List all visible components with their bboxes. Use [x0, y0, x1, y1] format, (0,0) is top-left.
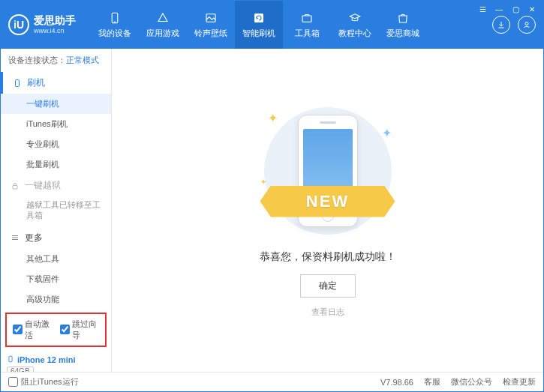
refresh-icon: [251, 10, 266, 25]
menu-button[interactable]: ☰: [476, 4, 489, 14]
sidebar-item-download-fw[interactable]: 下载固件: [1, 269, 111, 289]
section-more: 更多 其他工具 下载固件 高级功能: [1, 227, 111, 310]
checkbox-block-itunes[interactable]: 阻止iTunes运行: [8, 376, 79, 388]
svg-rect-7: [13, 185, 17, 189]
nav-label: 工具箱: [295, 28, 320, 39]
success-message: 恭喜您，保资料刷机成功啦！: [260, 250, 396, 264]
svg-rect-4: [302, 16, 311, 22]
nav-bar: 我的设备 应用游戏 铃声壁纸 智能刷机 工具箱 教程中心: [91, 1, 486, 49]
section-jailbreak: 一键越狱 越狱工具已转移至工具箱: [1, 175, 111, 227]
footer-update[interactable]: 检查更新: [503, 376, 536, 388]
footer-wechat[interactable]: 微信公众号: [451, 376, 492, 388]
logo-area: iU 爱思助手 www.i4.cn: [8, 14, 91, 35]
footer-service[interactable]: 客服: [424, 376, 440, 388]
sidebar-item-itunes-flash[interactable]: iTunes刷机: [1, 114, 111, 134]
sidebar-item-other-tools[interactable]: 其他工具: [1, 249, 111, 269]
new-ribbon: NEW: [260, 186, 395, 217]
svg-rect-3: [254, 13, 263, 22]
sidebar-item-label: 更多: [25, 232, 43, 244]
svg-point-5: [525, 22, 528, 25]
toolbox-icon: [299, 10, 314, 25]
nav-label: 爱思商城: [386, 28, 419, 39]
nav-label: 应用游戏: [146, 28, 179, 39]
close-button[interactable]: ✕: [525, 4, 539, 14]
menu-icon: [10, 232, 20, 243]
app-window: iU 爱思助手 www.i4.cn 我的设备 应用游戏 铃声壁纸 智能刷机: [0, 0, 544, 392]
wallpaper-icon: [203, 10, 218, 25]
app-url: www.i4.cn: [34, 27, 76, 35]
sidebar-item-label: 刷机: [27, 76, 45, 89]
logo-icon: iU: [8, 14, 29, 35]
sidebar-item-label: 一键越狱: [25, 179, 61, 192]
nav-toolbox[interactable]: 工具箱: [283, 1, 331, 49]
nav-label: 铃声壁纸: [194, 28, 227, 39]
device-capacity: 64GB: [7, 367, 34, 372]
nav-tutorials[interactable]: 教程中心: [331, 1, 379, 49]
sidebar: 设备连接状态：正常模式 刷机 一键刷机 iTunes刷机 专业刷机 批量刷机 一…: [1, 49, 112, 372]
conn-value: 正常模式: [66, 55, 99, 64]
options-row: 自动激活 跳过向导: [5, 313, 107, 347]
conn-label: 设备连接状态：: [8, 55, 66, 64]
jailbreak-note: 越狱工具已转移至工具箱: [1, 196, 111, 227]
checkbox-auto-activate[interactable]: 自动激活: [13, 319, 53, 341]
success-illustration: ✦ ✦ ✦ NEW: [245, 103, 410, 238]
svg-rect-6: [16, 79, 20, 86]
sidebar-item-oneclick-flash[interactable]: 一键刷机: [1, 94, 111, 114]
window-controls: ☰ — ▢ ✕: [476, 4, 539, 14]
nav-label: 我的设备: [98, 28, 131, 39]
phone-icon: [7, 355, 14, 365]
connection-status: 设备连接状态：正常模式: [1, 49, 111, 72]
sidebar-head-flash[interactable]: 刷机: [1, 72, 111, 94]
footer: 阻止iTunes运行 V7.98.66 客服 微信公众号 检查更新: [1, 372, 543, 391]
account-icons: [492, 16, 536, 34]
main-panel: ✦ ✦ ✦ NEW 恭喜您，保资料刷机成功啦！ 确定 查看日志: [112, 49, 543, 372]
phone-icon: [12, 78, 23, 88]
app-title: 爱思助手: [34, 14, 76, 27]
nav-store[interactable]: 爱思商城: [379, 1, 427, 49]
maximize-button[interactable]: ▢: [509, 4, 522, 14]
lock-icon: [10, 181, 20, 191]
sidebar-item-batch-flash[interactable]: 批量刷机: [1, 154, 111, 175]
sidebar-head-more[interactable]: 更多: [1, 227, 111, 249]
body: 设备连接状态：正常模式 刷机 一键刷机 iTunes刷机 专业刷机 批量刷机 一…: [1, 49, 543, 372]
checkbox-skip-guide[interactable]: 跳过向导: [60, 319, 100, 341]
apps-icon: [155, 10, 170, 25]
nav-apps-games[interactable]: 应用游戏: [139, 1, 187, 49]
header: iU 爱思助手 www.i4.cn 我的设备 应用游戏 铃声壁纸 智能刷机: [1, 1, 543, 49]
sidebar-item-advanced[interactable]: 高级功能: [1, 289, 111, 310]
sidebar-head-jailbreak[interactable]: 一键越狱: [1, 175, 111, 196]
nav-label: 智能刷机: [242, 28, 275, 39]
svg-rect-11: [9, 356, 12, 362]
sidebar-item-pro-flash[interactable]: 专业刷机: [1, 134, 111, 154]
nav-label: 教程中心: [338, 28, 371, 39]
grad-cap-icon: [347, 10, 362, 25]
minimize-button[interactable]: —: [492, 4, 506, 14]
nav-my-device[interactable]: 我的设备: [91, 1, 139, 49]
store-icon: [395, 10, 410, 25]
download-button[interactable]: [492, 16, 510, 34]
confirm-button[interactable]: 确定: [300, 274, 356, 298]
user-button[interactable]: [518, 16, 536, 34]
nav-ringtone-wallpaper[interactable]: 铃声壁纸: [187, 1, 235, 49]
version-label: V7.98.66: [380, 378, 413, 387]
phone-icon: [107, 10, 122, 25]
section-flash: 刷机 一键刷机 iTunes刷机 专业刷机 批量刷机: [1, 72, 111, 175]
view-log-link[interactable]: 查看日志: [311, 307, 344, 318]
device-name[interactable]: iPhone 12 mini: [7, 355, 105, 365]
nav-smart-flash[interactable]: 智能刷机: [235, 1, 283, 49]
device-info: iPhone 12 mini 64GB Down-12mini-13,1: [1, 350, 111, 372]
